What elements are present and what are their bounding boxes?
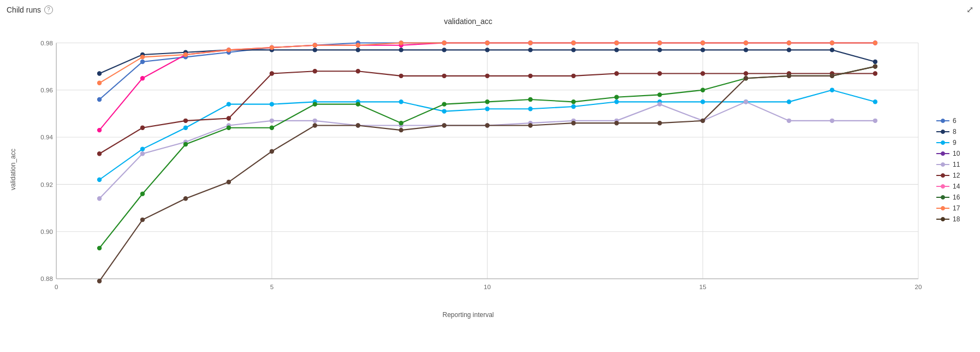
svg-point-111 xyxy=(572,74,575,78)
legend-label-8: 8 xyxy=(953,128,957,136)
svg-point-24 xyxy=(97,97,101,101)
legend-item-6: 6 xyxy=(936,117,973,125)
svg-point-64 xyxy=(183,126,187,130)
legend-item-11: 11 xyxy=(936,161,973,168)
svg-point-114 xyxy=(701,72,705,75)
svg-point-78 xyxy=(787,100,791,104)
svg-text:15: 15 xyxy=(699,284,706,290)
svg-point-172 xyxy=(744,41,748,45)
svg-point-192 xyxy=(787,74,791,78)
svg-point-43 xyxy=(97,72,101,75)
svg-point-56 xyxy=(658,48,662,52)
expand-icon[interactable]: ⤢ xyxy=(966,4,973,15)
legend-label-6: 6 xyxy=(953,117,957,125)
svg-point-175 xyxy=(873,41,877,45)
svg-point-189 xyxy=(658,121,662,125)
legend-line-10 xyxy=(936,151,949,156)
svg-point-165 xyxy=(442,41,446,45)
svg-point-164 xyxy=(399,41,403,45)
svg-point-187 xyxy=(572,121,575,125)
svg-point-157 xyxy=(97,81,101,85)
svg-point-147 xyxy=(485,100,489,104)
svg-point-178 xyxy=(183,197,187,201)
svg-point-174 xyxy=(830,41,834,45)
y-axis-label: validation_acc xyxy=(7,30,20,309)
svg-point-79 xyxy=(830,88,834,92)
svg-point-105 xyxy=(313,69,317,73)
legend-item-9: 9 xyxy=(936,139,973,146)
legend-line-8 xyxy=(936,129,949,134)
svg-point-169 xyxy=(615,41,619,45)
svg-text:5: 5 xyxy=(270,284,274,290)
legend-label-10: 10 xyxy=(953,150,960,157)
legend-label-17: 17 xyxy=(953,204,960,212)
svg-point-191 xyxy=(744,76,748,80)
svg-point-53 xyxy=(528,48,532,52)
svg-point-190 xyxy=(701,119,705,122)
svg-point-108 xyxy=(442,74,446,78)
legend-item-10: 10 xyxy=(936,150,973,157)
svg-text:0.88: 0.88 xyxy=(40,275,53,282)
svg-point-48 xyxy=(313,48,317,52)
svg-point-120 xyxy=(140,76,144,80)
svg-point-145 xyxy=(399,121,403,125)
svg-point-198 xyxy=(941,130,945,134)
header: Child runs ? ⤢ xyxy=(7,4,973,15)
svg-point-142 xyxy=(270,126,274,130)
svg-point-206 xyxy=(941,174,945,178)
svg-point-110 xyxy=(528,74,532,78)
legend-line-18 xyxy=(936,216,949,222)
svg-point-160 xyxy=(227,48,230,52)
x-axis-label: Reporting interval xyxy=(7,311,930,319)
svg-point-193 xyxy=(830,74,834,78)
svg-point-202 xyxy=(941,152,945,156)
svg-point-59 xyxy=(787,48,791,52)
svg-point-176 xyxy=(97,279,101,283)
svg-point-65 xyxy=(227,102,230,106)
legend-line-11 xyxy=(936,162,949,167)
svg-text:20: 20 xyxy=(915,284,922,290)
legend-item-16: 16 xyxy=(936,193,973,201)
svg-text:0: 0 xyxy=(55,284,58,290)
help-icon[interactable]: ? xyxy=(44,5,53,14)
svg-point-152 xyxy=(701,88,705,92)
svg-point-101 xyxy=(140,126,144,130)
svg-point-180 xyxy=(270,149,274,153)
svg-point-210 xyxy=(941,196,945,200)
svg-text:0.90: 0.90 xyxy=(40,228,53,235)
svg-point-98 xyxy=(830,119,834,122)
svg-point-177 xyxy=(140,218,144,221)
svg-point-63 xyxy=(140,147,144,151)
svg-point-118 xyxy=(873,72,877,75)
svg-point-208 xyxy=(941,185,945,189)
legend-item-8: 8 xyxy=(936,128,973,136)
legend-line-16 xyxy=(936,195,949,200)
legend-label-16: 16 xyxy=(953,193,960,201)
legend-label-14: 14 xyxy=(953,183,960,190)
chart-area: validation_acc validation_acc 0.880.900.… xyxy=(7,17,973,323)
svg-point-102 xyxy=(183,119,187,122)
svg-point-151 xyxy=(658,93,662,97)
svg-point-80 xyxy=(873,100,877,104)
legend-line-14 xyxy=(936,184,949,189)
svg-point-103 xyxy=(227,116,230,120)
main-container: Child runs ? ⤢ validation_acc validation… xyxy=(0,0,980,352)
svg-text:0.92: 0.92 xyxy=(40,181,53,188)
svg-point-146 xyxy=(442,102,446,106)
legend-label-18: 18 xyxy=(953,215,960,223)
svg-text:10: 10 xyxy=(484,284,491,290)
legend-item-14: 14 xyxy=(936,183,973,190)
chart-plot-area: 0.880.900.920.940.960.9805101520 xyxy=(22,30,930,309)
svg-point-166 xyxy=(485,41,489,45)
svg-point-62 xyxy=(97,178,101,181)
svg-point-72 xyxy=(528,107,532,111)
svg-point-50 xyxy=(399,48,403,52)
panel-title: Child runs xyxy=(7,5,41,14)
svg-point-71 xyxy=(485,107,489,111)
svg-point-74 xyxy=(615,100,619,104)
svg-point-86 xyxy=(313,119,317,122)
svg-text:0.96: 0.96 xyxy=(40,87,53,93)
legend-label-9: 9 xyxy=(953,139,957,146)
svg-point-107 xyxy=(399,74,403,78)
svg-point-55 xyxy=(615,48,619,52)
